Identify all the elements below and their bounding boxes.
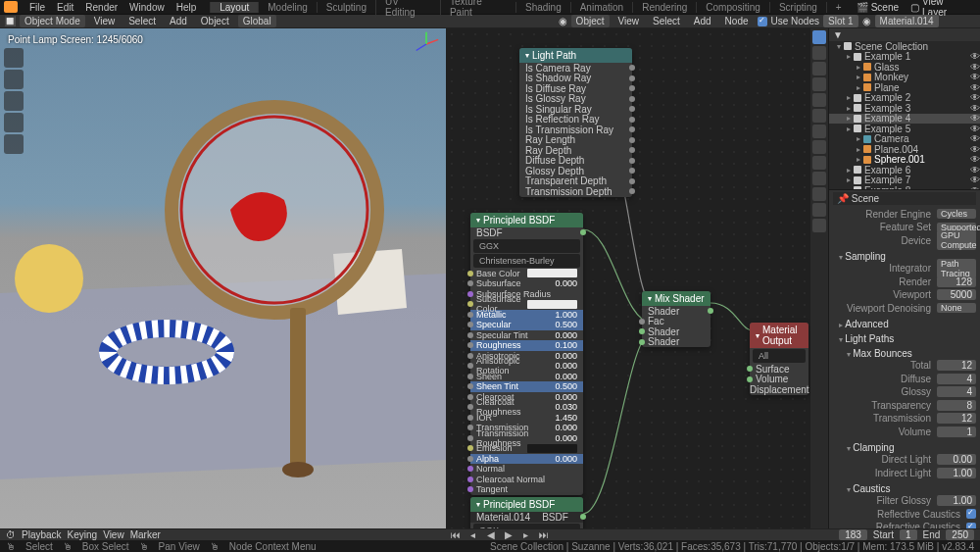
visibility-toggle[interactable]: 👁 (970, 124, 980, 134)
view-menu[interactable]: View (89, 15, 121, 27)
socket-out[interactable]: Is Camera Ray (525, 63, 591, 74)
visibility-toggle[interactable]: 👁 (970, 62, 980, 73)
node-header[interactable]: Mix Shader (642, 291, 710, 306)
outliner-row[interactable]: ▸Plane.004👁 (829, 144, 980, 155)
node-principled-bsdf[interactable]: Principled BSDF BSDF GGX Christensen-Bur… (470, 213, 583, 495)
props-tab-world[interactable] (812, 93, 826, 107)
jump-start-button[interactable]: ⏮ (450, 530, 462, 540)
visibility-toggle[interactable]: 👁 (970, 165, 980, 176)
shader-node-menu[interactable]: Node (720, 15, 754, 27)
outliner-row[interactable]: ▸Sphere.001👁 (829, 155, 980, 166)
props-tab-output[interactable] (812, 46, 826, 60)
outliner-row[interactable]: ▸Glass👁 (829, 62, 980, 73)
shader-type-dropdown[interactable]: Object (571, 15, 610, 27)
workspace-tab-rendering[interactable]: Rendering (632, 2, 696, 13)
props-tab-particles[interactable] (812, 140, 826, 154)
number-input[interactable]: 0.000 (555, 278, 577, 288)
visibility-toggle[interactable]: 👁 (970, 154, 980, 165)
section-advanced[interactable]: Advanced (833, 316, 976, 330)
section-caustics[interactable]: Caustics (833, 480, 976, 495)
orientation-dropdown[interactable]: Global (238, 15, 276, 27)
outliner-row[interactable]: ▸Plane👁 (829, 82, 980, 93)
base-color-swatch[interactable] (527, 269, 578, 277)
mode-dropdown[interactable]: Object Mode (20, 15, 85, 27)
add-menu[interactable]: Add (165, 15, 192, 27)
workspace-tab-compositing[interactable]: Compositing (696, 2, 769, 13)
props-tab-material[interactable] (812, 203, 826, 217)
use-nodes-checkbox[interactable] (758, 17, 767, 26)
outliner-row[interactable]: ▸Camera👁 (829, 134, 980, 145)
outliner-row[interactable]: ▸Example 7👁 (829, 176, 980, 186)
section-maxbounces[interactable]: Max Bounces (833, 345, 976, 360)
outliner-row[interactable]: ▸Example 4👁 (829, 114, 980, 125)
props-tab-texture[interactable] (812, 219, 826, 232)
workspace-tab-layout[interactable]: Layout (210, 2, 258, 13)
props-tab-data[interactable] (812, 187, 826, 201)
menu-help[interactable]: Help (171, 2, 203, 13)
visibility-toggle[interactable]: 👁 (970, 82, 980, 93)
outliner[interactable]: ▼ ▾Scene Collection ▸Example 1👁▸Glass👁▸M… (829, 28, 980, 190)
node-light-path[interactable]: Light Path Is Camera Ray Is Shadow Ray I… (519, 48, 632, 197)
prev-keyframe-button[interactable]: ◂ (467, 530, 479, 540)
start-frame-input[interactable]: 1 (900, 529, 917, 540)
pin-icon[interactable]: 📌 (837, 193, 849, 204)
blender-logo-icon[interactable] (4, 1, 18, 13)
outliner-row[interactable]: ▸Monkey👁 (829, 73, 980, 83)
visibility-toggle[interactable]: 👁 (970, 103, 980, 114)
outliner-row[interactable]: ▸Example 2👁 (829, 93, 980, 104)
shader-select-menu[interactable]: Select (648, 15, 685, 27)
visibility-toggle[interactable]: 👁 (970, 51, 980, 62)
props-tab-object[interactable] (812, 109, 826, 123)
node-material-output[interactable]: Material Output All Surface Volume Displ… (750, 323, 808, 395)
node-principled-bsdf-2[interactable]: Principled BSDF Material.014BSDF GGX (470, 497, 583, 528)
play-button[interactable]: ▶ (503, 530, 514, 540)
visibility-toggle[interactable]: 👁 (970, 175, 980, 185)
scene-selector[interactable]: 🎬Scene (851, 2, 905, 13)
visibility-toggle[interactable]: 👁 (970, 113, 980, 124)
workspace-tab-texture[interactable]: Texture Paint (440, 0, 515, 18)
outliner-filter-icon[interactable]: ▼ (833, 29, 843, 40)
3d-viewport[interactable]: Point Lamp Screen: 1245/6060 (0, 28, 446, 528)
shader-view-menu[interactable]: View (613, 15, 645, 27)
workspace-tab-sculpting[interactable]: Sculpting (317, 2, 375, 13)
node-header[interactable]: Principled BSDF (470, 497, 583, 512)
menu-window[interactable]: Window (123, 2, 171, 13)
node-mix-shader[interactable]: Mix Shader Shader Fac Shader Shader (642, 291, 710, 347)
visibility-toggle[interactable]: 👁 (970, 144, 980, 155)
visibility-toggle[interactable]: 👁 (970, 133, 980, 144)
node-header[interactable]: Material Output (750, 323, 808, 348)
timeline-editor-icon[interactable]: ⏱ (6, 529, 16, 540)
section-clamping[interactable]: Clamping (833, 439, 976, 454)
editor-type-icon[interactable]: 🔲 (4, 16, 16, 26)
reflective-caustics-checkbox[interactable] (966, 509, 976, 519)
menu-edit[interactable]: Edit (51, 2, 79, 13)
props-tab-constraints[interactable] (812, 172, 826, 185)
props-tab-scene[interactable] (812, 77, 826, 91)
props-tab-viewlayer[interactable] (812, 62, 826, 75)
sss-method-dropdown[interactable]: Christensen-Burley (473, 254, 580, 268)
jump-end-button[interactable]: ⏭ (538, 530, 550, 540)
workspace-tab-shading[interactable]: Shading (515, 2, 570, 13)
node-header[interactable]: Light Path (519, 48, 632, 63)
material-slot-selector[interactable]: Slot 1 (823, 15, 858, 27)
current-frame-input[interactable]: 183 (839, 529, 867, 540)
object-menu[interactable]: Object (196, 15, 234, 27)
render-engine-dropdown[interactable]: Cycles (937, 209, 976, 219)
render-samples-input[interactable]: 128 (937, 276, 976, 287)
outliner-row[interactable]: ▸Example 6👁 (829, 165, 980, 176)
shader-editor-icon[interactable]: ◉ (559, 16, 567, 26)
outliner-row[interactable]: ▸Example 1👁 (829, 52, 980, 63)
props-tab-modifier[interactable] (812, 125, 826, 138)
node-header[interactable]: Principled BSDF (470, 213, 583, 227)
workspace-tab-uv[interactable]: UV Editing (375, 0, 440, 18)
play-reverse-button[interactable]: ◀ (485, 530, 497, 540)
workspace-tab-add[interactable]: + (826, 2, 851, 13)
visibility-toggle[interactable]: 👁 (970, 72, 980, 82)
section-lightpaths[interactable]: Light Paths (833, 330, 976, 345)
end-frame-input[interactable]: 250 (946, 529, 974, 540)
outliner-row[interactable]: ▸Example 3👁 (829, 103, 980, 114)
workspace-tab-modeling[interactable]: Modeling (258, 2, 317, 13)
material-name-field[interactable]: Material.014 (875, 15, 939, 27)
workspace-tab-scripting[interactable]: Scripting (769, 2, 826, 13)
outliner-row[interactable]: ▸Example 5👁 (829, 124, 980, 134)
